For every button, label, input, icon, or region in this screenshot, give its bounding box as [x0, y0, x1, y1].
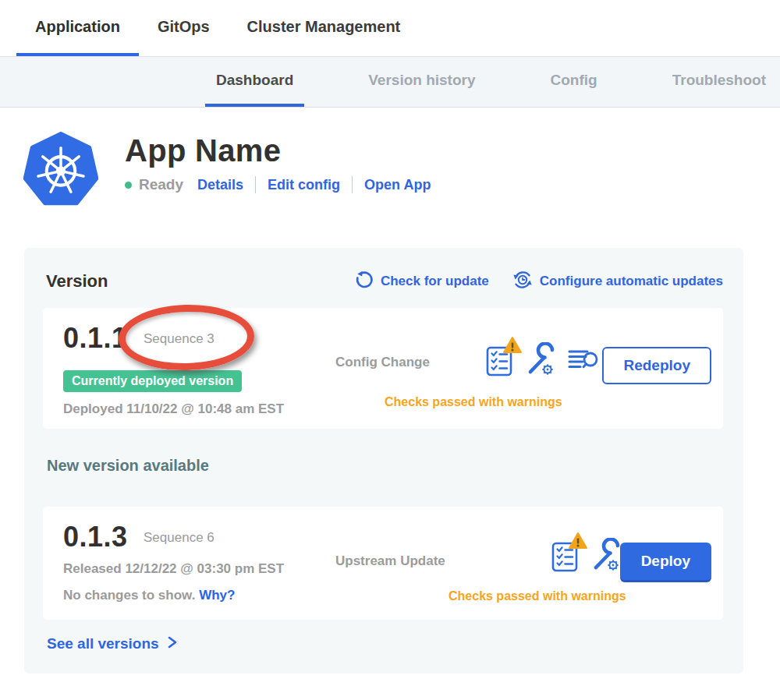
checks-status-text: Checks passed with warnings: [448, 589, 626, 603]
edit-config-link[interactable]: Edit config: [268, 177, 340, 193]
tab-dashboard[interactable]: Dashboard: [205, 57, 304, 107]
current-version-number: 0.1.1: [63, 322, 128, 354]
app-status-label: Ready: [139, 176, 183, 193]
config-wrench-icon[interactable]: [590, 538, 620, 575]
details-link[interactable]: Details: [197, 177, 243, 193]
version-card-title: Version: [46, 271, 108, 292]
new-sequence-label: Sequence 6: [144, 530, 214, 545]
version-card: Version Check for update: [24, 248, 743, 673]
deployed-timestamp: Deployed 11/10/22 @ 10:48 am EST: [63, 401, 284, 417]
current-version-row: 0.1.1 Sequence 3 Currently deployed vers…: [43, 308, 723, 429]
configure-automatic-updates-label: Configure automatic updates: [540, 274, 723, 289]
view-diff-icon[interactable]: [567, 345, 598, 377]
released-timestamp: Released 12/12/22 @ 03:30 pm EST: [63, 561, 284, 577]
divider: [352, 176, 353, 193]
version-source-label: Upstream Update: [335, 553, 445, 569]
no-changes-text: No changes to show.: [63, 588, 195, 603]
version-source-label: Config Change: [335, 355, 430, 370]
see-all-versions-label: See all versions: [47, 635, 159, 652]
app-header: App Name Ready Details Edit config Open …: [23, 130, 780, 207]
app-sub-nav: Dashboard Version history Config Trouble…: [0, 56, 780, 108]
preflight-checks-icon[interactable]: [486, 345, 512, 377]
configure-automatic-updates-link[interactable]: Configure automatic updates: [512, 270, 723, 293]
top-nav: Application GitOps Cluster Management: [0, 0, 780, 56]
check-for-update-link[interactable]: Check for update: [355, 270, 489, 292]
why-link[interactable]: Why?: [199, 588, 235, 603]
kubernetes-logo-icon: [23, 130, 98, 207]
tab-version-history[interactable]: Version history: [357, 57, 486, 107]
top-tab-application[interactable]: Application: [16, 0, 139, 56]
app-title: App Name: [125, 133, 431, 168]
chevron-right-icon: [167, 635, 178, 652]
warning-triangle-icon: [503, 337, 522, 357]
checks-status-text: Checks passed with warnings: [385, 395, 562, 409]
check-for-update-label: Check for update: [381, 274, 489, 289]
preflight-checks-icon[interactable]: [551, 541, 578, 572]
new-version-row: 0.1.3 Sequence 6 Released 12/12/22 @ 03:…: [43, 507, 723, 620]
new-version-number: 0.1.3: [63, 521, 128, 553]
top-tab-cluster-management[interactable]: Cluster Management: [229, 0, 420, 56]
ready-status-dot: [125, 182, 132, 189]
currently-deployed-badge: Currently deployed version: [63, 370, 242, 392]
refresh-icon: [355, 270, 374, 292]
new-version-heading: New version available: [47, 457, 209, 475]
config-wrench-icon[interactable]: [525, 342, 555, 380]
divider: [255, 176, 256, 193]
warning-triangle-icon: [569, 532, 587, 553]
deploy-button[interactable]: Deploy: [620, 543, 711, 582]
redeploy-button[interactable]: Redeploy: [602, 347, 711, 384]
open-app-link[interactable]: Open App: [364, 177, 431, 193]
tab-troubleshoot[interactable]: Troubleshoot: [661, 57, 777, 107]
current-sequence-label: Sequence 3: [144, 331, 214, 346]
auto-update-clock-icon: [512, 270, 533, 293]
see-all-versions-link[interactable]: See all versions: [47, 635, 178, 652]
tab-config[interactable]: Config: [540, 57, 608, 107]
top-tab-gitops[interactable]: GitOps: [139, 0, 229, 56]
